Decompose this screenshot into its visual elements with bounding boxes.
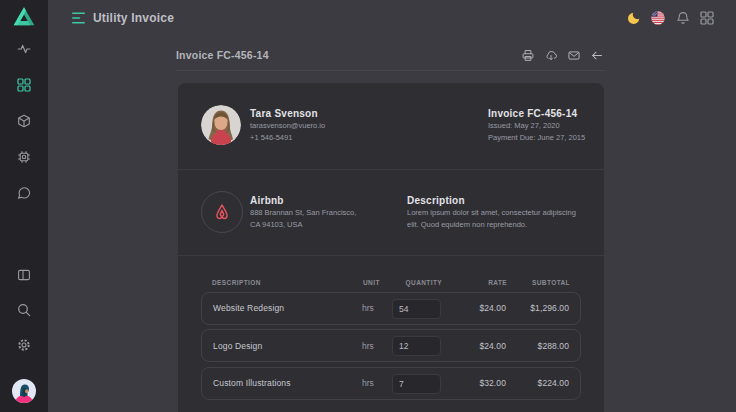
menu-toggle-button[interactable]: [72, 12, 85, 24]
arrow-left-icon: [591, 49, 603, 62]
activity-icon: [17, 42, 31, 56]
item-description: Website Redesign: [213, 303, 362, 313]
mail-icon: [568, 49, 580, 62]
invoice-page-header: Invoice FC-456-14: [176, 40, 605, 71]
gear-icon: [17, 338, 31, 352]
hamburger-icon: [72, 12, 85, 24]
description-title: Description: [407, 195, 576, 207]
company-address-2: CA 94103, USA: [250, 219, 356, 231]
col-header-rate: RATE: [442, 279, 507, 287]
customer-avatar-image: [201, 105, 241, 145]
invoice-item-row: Logo Design hrs $24.00 $288.00: [201, 329, 581, 362]
sidebar-item-components[interactable]: [17, 150, 31, 164]
invoice-item-row: Website Redesign hrs $24.00 $1,296.00: [201, 292, 581, 325]
language-selector[interactable]: [651, 6, 665, 30]
notifications-button[interactable]: [676, 6, 690, 30]
col-header-description: DESCRIPTION: [212, 279, 363, 287]
chat-bubble-icon: [17, 186, 31, 200]
invoice-number: Invoice FC-456-14: [488, 108, 585, 120]
profile-avatar-image: [12, 379, 36, 403]
item-quantity-cell: [392, 335, 441, 356]
company-name: Airbnb: [250, 195, 356, 207]
invoice-card: Tara Svenson tarasvenson@vuero.io +1 546…: [178, 83, 604, 412]
sidebar-item-messages[interactable]: [17, 186, 31, 200]
us-flag-icon: [651, 10, 665, 26]
sidebar-item-search[interactable]: [17, 303, 31, 317]
quantity-input[interactable]: [392, 299, 441, 319]
quantity-input[interactable]: [392, 336, 441, 356]
send-mail-button[interactable]: [568, 49, 580, 62]
navbar-right-icons: [627, 0, 715, 36]
description-line-2: elit. Quod equidem non reprehendo.: [407, 219, 576, 231]
airbnb-logo-icon: [210, 200, 234, 224]
col-header-subtotal: SUBTOTAL: [507, 279, 570, 287]
app-logo[interactable]: [12, 5, 36, 29]
sidebar-item-settings[interactable]: [17, 338, 31, 352]
cloud-download-icon: [545, 49, 557, 62]
item-quantity-cell: [392, 373, 441, 394]
item-rate: $32.00: [441, 378, 506, 388]
sidebar-item-dashboard[interactable]: [17, 78, 31, 92]
download-button[interactable]: [545, 49, 557, 62]
item-description: Logo Design: [213, 341, 362, 351]
invoice-parties-section: Tara Svenson tarasvenson@vuero.io +1 546…: [178, 83, 604, 169]
apps-menu-button[interactable]: [700, 6, 714, 30]
item-subtotal: $224.00: [506, 378, 569, 388]
invoice-meta: Invoice FC-456-14 Issued: May 27, 2020 P…: [488, 108, 585, 144]
item-unit: hrs: [362, 378, 392, 388]
sidebar-item-package[interactable]: [17, 114, 31, 128]
invoice-company-section: Airbnb 888 Brannan St, San Francisco, CA…: [178, 169, 604, 255]
page-app-title: Utility Invoice: [93, 11, 174, 25]
sidebar-item-reader[interactable]: [17, 268, 31, 282]
top-navbar: Utility Invoice: [48, 0, 736, 36]
customer-phone: +1 546-5491: [250, 132, 325, 144]
company-logo: [201, 191, 243, 233]
item-rate: $24.00: [441, 303, 506, 313]
quantity-input[interactable]: [392, 374, 441, 394]
reader-icon: [17, 268, 31, 282]
printer-icon: [522, 49, 534, 62]
item-unit: hrs: [362, 341, 392, 351]
col-header-quantity: QUANTITY: [393, 279, 442, 287]
invoice-description: Description Lorem ipsum dolor sit amet, …: [407, 195, 576, 231]
col-header-unit: UNIT: [363, 279, 393, 287]
invoice-page-title: Invoice FC-456-14: [176, 49, 269, 61]
company-info: Airbnb 888 Brannan St, San Francisco, CA…: [250, 195, 356, 231]
bell-icon: [676, 11, 690, 25]
item-rate: $24.00: [441, 341, 506, 351]
logo-triangle-icon: [12, 5, 36, 29]
customer-info: Tara Svenson tarasvenson@vuero.io +1 546…: [250, 108, 325, 144]
dashboard-grid-icon: [17, 78, 31, 92]
icon-sidebar: [0, 0, 48, 412]
item-description: Custom Illustrations: [213, 378, 362, 388]
invoice-items-section: DESCRIPTION UNIT QUANTITY RATE SUBTOTAL …: [178, 255, 604, 412]
item-quantity-cell: [392, 298, 441, 319]
package-icon: [17, 114, 31, 128]
dark-mode-toggle[interactable]: [627, 6, 641, 30]
sidebar-item-activity[interactable]: [17, 42, 31, 56]
invoice-item-row: Custom Illustrations hrs $32.00 $224.00: [201, 367, 581, 400]
search-icon: [17, 303, 31, 317]
back-button[interactable]: [591, 49, 603, 62]
description-line-1: Lorem ipsum dolor sit amet, consectetur …: [407, 207, 576, 219]
invoice-issued-date: Issued: May 27, 2020: [488, 120, 585, 132]
customer-name: Tara Svenson: [250, 108, 325, 120]
items-table-header: DESCRIPTION UNIT QUANTITY RATE SUBTOTAL: [201, 279, 581, 287]
invoice-due-date: Payment Due: June 27, 2015: [488, 132, 585, 144]
invoice-actions: [522, 49, 603, 62]
company-address-1: 888 Brannan St, San Francisco,: [250, 207, 356, 219]
item-subtotal: $288.00: [506, 341, 569, 351]
print-button[interactable]: [522, 49, 534, 62]
apps-grid-icon: [700, 11, 714, 25]
sidebar-profile-avatar[interactable]: [12, 379, 36, 403]
item-unit: hrs: [362, 303, 392, 313]
moon-icon: [627, 11, 641, 25]
item-subtotal: $1,296.00: [506, 303, 569, 313]
customer-avatar: [201, 105, 241, 145]
customer-email: tarasvenson@vuero.io: [250, 120, 325, 132]
chip-icon: [17, 150, 31, 164]
